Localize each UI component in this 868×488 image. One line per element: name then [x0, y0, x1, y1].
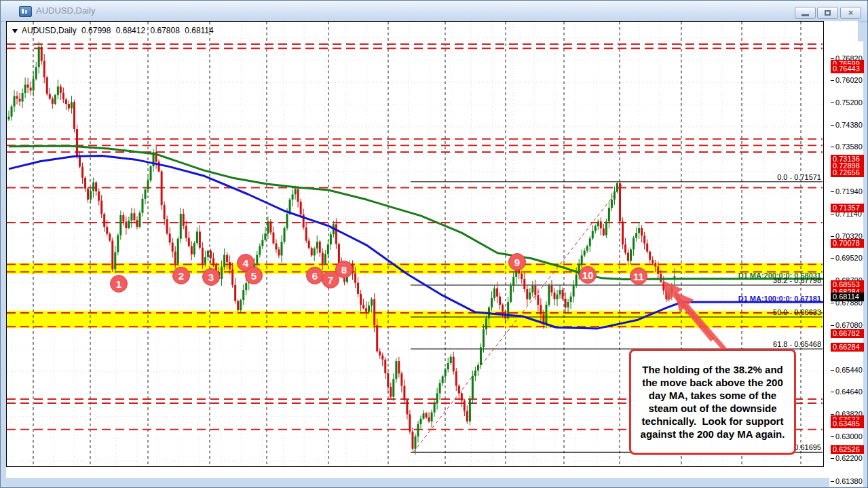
candle: [417, 421, 419, 443]
candle: [641, 225, 643, 243]
candle: [130, 208, 132, 227]
fibonacci-label: 50.0 - 0.66633: [773, 308, 821, 316]
fibonacci-label: 0.0 - 0.71571: [777, 173, 821, 181]
price-axis[interactable]: 0.768200.760200.752000.743800.735800.727…: [829, 41, 863, 487]
candle: [199, 225, 201, 250]
window-titlebar[interactable]: AUDUSD,Daily ×: [1, 1, 867, 22]
symbol-dropdown-icon: [12, 29, 18, 33]
candle: [565, 292, 567, 314]
candle: [196, 227, 198, 245]
numbered-marker: 5: [245, 267, 263, 284]
y-axis-tick-label: 0.61380: [835, 477, 863, 486]
candle: [92, 177, 94, 198]
candle: [185, 221, 187, 242]
restore-button[interactable]: [817, 7, 838, 19]
candle: [499, 293, 501, 309]
price-level-label: 0.72656: [831, 168, 864, 177]
current-price-label: 0.68114: [831, 293, 864, 301]
candle: [531, 281, 533, 297]
candle: [523, 272, 525, 292]
close-icon: ×: [841, 8, 861, 18]
numbered-marker: 3: [202, 268, 220, 286]
candle: [166, 216, 168, 236]
price-level-label: 0.76443: [831, 64, 864, 73]
candle: [403, 379, 405, 402]
candle: [600, 217, 602, 235]
candle: [111, 238, 113, 272]
candle: [357, 277, 359, 297]
candle: [477, 362, 479, 376]
price-level-label: 0.62526: [831, 445, 864, 454]
y-axis-tick-label: 0.74380: [835, 121, 863, 130]
quote-low: 0.67808: [151, 26, 180, 35]
candle: [237, 300, 239, 312]
candle: [624, 238, 626, 255]
candle: [122, 212, 124, 226]
y-axis-tick-label: 0.71940: [835, 187, 863, 196]
candle: [308, 238, 310, 249]
candle: [164, 202, 166, 225]
candle: [411, 428, 413, 451]
quote-symbol: AUDUSD,Daily: [22, 26, 77, 35]
candle: [586, 244, 588, 252]
candle: [400, 372, 402, 393]
candle: [43, 54, 45, 83]
candle: [62, 88, 64, 103]
candle: [138, 210, 140, 228]
candle: [409, 410, 411, 434]
candle: [512, 271, 514, 292]
y-axis-tick-label: 0.73580: [835, 143, 863, 151]
candle: [483, 324, 485, 352]
candle: [603, 224, 605, 236]
price-chart[interactable]: AUDUSD,Daily 0.67998 0.68412 0.67808 0.6…: [6, 21, 824, 467]
candle: [384, 357, 386, 379]
candle: [242, 284, 244, 305]
quote-open: 0.67998: [81, 26, 111, 35]
candle: [493, 285, 495, 301]
candle: [275, 239, 277, 253]
candle: [24, 77, 26, 98]
candle: [646, 240, 648, 254]
y-axis-tick-label: 0.75200: [835, 98, 863, 107]
candle: [264, 227, 266, 242]
minimize-button[interactable]: [795, 7, 816, 19]
candle: [381, 353, 383, 367]
candle: [30, 81, 32, 95]
close-button[interactable]: ×: [840, 7, 861, 19]
candle: [281, 236, 283, 263]
candle: [103, 212, 105, 231]
candle: [153, 149, 155, 172]
candle: [158, 159, 160, 172]
candle: [619, 182, 621, 223]
price-level-label: 0.66782: [831, 329, 864, 338]
candle: [436, 388, 438, 409]
candle: [300, 199, 302, 218]
candle: [445, 368, 447, 381]
candle: [390, 383, 392, 400]
candle: [447, 358, 449, 373]
candle: [109, 232, 111, 242]
candle: [398, 357, 400, 377]
candle: [414, 434, 416, 455]
candle: [428, 412, 430, 423]
candle: [649, 250, 651, 263]
price-level-label: 0.66284: [831, 343, 864, 352]
candle: [643, 232, 645, 250]
candle: [461, 392, 463, 407]
candle: [605, 219, 607, 238]
candle: [49, 88, 51, 100]
candle: [469, 395, 471, 426]
candle: [584, 248, 586, 257]
fibonacci-label: 61.8 - 0.65468: [773, 340, 821, 348]
candle: [362, 299, 364, 309]
candle: [453, 352, 455, 374]
candle: [426, 412, 428, 419]
candle: [141, 194, 143, 217]
price-level-label: 0.70078: [831, 239, 864, 248]
candle: [627, 249, 629, 265]
candle: [548, 284, 550, 307]
candle: [595, 225, 597, 234]
candle: [212, 252, 214, 267]
candle: [529, 288, 531, 301]
candle: [442, 375, 444, 386]
